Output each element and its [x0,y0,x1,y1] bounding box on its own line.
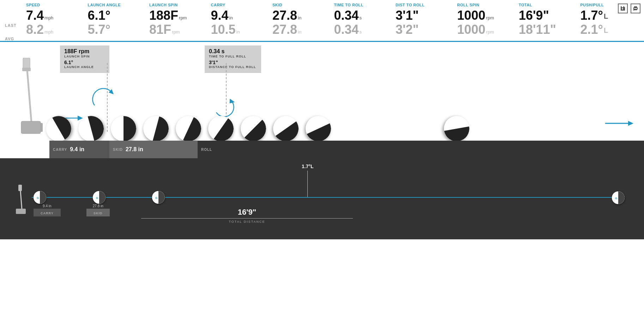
overview-balls-row: G G G [34,191,165,204]
last-roll-spin-unit: rpm [486,15,494,20]
time-full-roll-label: TIME TO FULL ROLL [209,55,257,58]
speed-col-header: SPEED [26,3,85,7]
ball-10 [442,114,471,143]
row-labels-col: LAST AVG [4,3,25,41]
carry-ground-label: CARRY [53,148,67,152]
overview-ball-3: G [152,191,165,204]
avg-launch-spin: 81F [149,23,171,36]
avg-carry: 10.5 [211,23,236,36]
roll-spin-col: ROLL SPIN 1000 rpm 1000 rpm [456,3,518,39]
last-push-pull-dir: L [604,12,608,20]
last-push-pull: 1.7° [580,9,603,22]
svg-text:G: G [96,196,98,200]
last-launch-spin: 188F [149,9,178,22]
spin-arrow-launch [88,86,119,116]
launch-angle-col: LAUNCH ANGLE 6.1° 5.7° [86,3,148,39]
skid-dist-value: 27.8 in [86,204,110,208]
launch-angle-info-label: LAUNCH ANGLE [64,65,105,69]
avg-speed-value: 8.2 [26,23,44,36]
skid-dist-container: 27.8 in SKID [86,204,110,216]
dist-roll-col: DIST TO ROLL 3'1" 3'2" [394,3,456,39]
pushpull-indicator: 1.7°L [302,164,314,197]
svg-rect-5 [21,121,41,134]
last-dist-roll: 3'1" [396,9,419,22]
launch-spin-info-label: LAUNCH SPIN [64,55,105,58]
avg-speed-unit: mph [44,29,53,35]
carry-dist-container: 9.4 in CARRY [34,204,61,216]
dist-full-roll-label: DISTANCE TO FULL ROLL [209,65,257,69]
ball-4 [140,113,171,144]
carry-col: CARRY 9.4 in 10.5 in [210,3,271,39]
skid-col: SKID 27.8 in 27.8 in [271,3,333,39]
dist-roll-col-header: DIST TO ROLL [396,3,455,7]
avg-dist-roll: 3'2" [396,23,419,36]
last-roll-spin: 1000 [457,9,486,22]
speed-col: SPEED 7.4 mph 8.2 mph [25,3,86,39]
avg-roll-spin-unit: rpm [486,29,494,35]
last-carry: 9.4 [211,9,229,22]
ground-roll-segment: ROLL [198,141,644,158]
avg-skid-unit: in [298,29,301,35]
skid-ground-label: SKID [113,148,123,152]
golf-club [2,58,51,142]
launch-angle-col-header: LAUNCH ANGLE [88,3,147,7]
time-full-roll-value: 0.34 s [209,48,257,55]
launch-spin-info-value: 188F rpm [64,48,105,55]
avg-carry-unit: in [236,29,240,35]
time-roll-col-header: TIME TO ROLL [334,3,393,7]
ball-2 [76,113,107,144]
avg-launch-angle: 5.7° [88,23,110,36]
balls-row [46,116,469,141]
svg-marker-21 [628,121,633,126]
last-launch-spin-unit: rpm [179,15,187,20]
last-carry-unit: in [229,15,233,20]
total-distance-label: TOTAL DISTANCE [141,218,353,223]
carry-dist-label: CARRY [34,209,61,216]
avg-push-pull-dir: L [604,26,608,35]
last-skid: 27.8 [272,9,297,22]
dist-full-roll-value: 3'1" [209,60,257,65]
info-box-roll: 0.34 s TIME TO FULL ROLL 3'1" DISTANCE T… [205,45,261,73]
save-icon[interactable] [618,4,628,13]
print-icon[interactable] [631,4,640,13]
overview-section: 1.7°L G G [0,158,644,239]
skid-dist-label: SKID [86,209,110,216]
stats-columns: LAST AVG SPEED 7.4 mph 8.2 mph LAUNCH AN… [0,3,644,41]
ground-segments: CARRY 9.4 in SKID 27.8 in ROLL [49,141,644,158]
carry-ground-value: 9.4 in [70,146,84,153]
skid-ground-value: 27.8 in [126,146,143,153]
overview-end-ball: G [612,191,625,204]
launch-spin-col: LAUNCH SPIN 188F rpm 81F rpm [148,3,210,39]
time-roll-col: TIME TO ROLL 0.34 s 0.34 s [333,3,395,39]
skid-label-text: SKID [94,211,103,215]
carry-col-header: CARRY [211,3,270,7]
roll-spin-col-header: ROLL SPIN [457,3,516,7]
avg-roll-spin: 1000 [457,23,486,36]
continue-arrow [605,118,633,130]
last-label: LAST [5,20,23,27]
carry-gap [47,197,93,198]
launch-angle-info-value: 6.1° [64,60,105,65]
stats-header: LAST AVG SPEED 7.4 mph 8.2 mph LAUNCH AN… [0,0,644,42]
svg-text:G: G [615,197,617,200]
avg-total: 18'11" [519,23,556,36]
total-distance-container: 16'9" TOTAL DISTANCE [141,208,353,223]
skid-gap [106,197,152,198]
svg-marker-3 [229,98,235,103]
top-icons [618,4,640,13]
svg-rect-24 [18,185,22,191]
avg-push-pull: 2.1° [580,23,603,36]
last-speed-unit: mph [44,15,53,20]
svg-rect-8 [22,68,31,71]
last-skid-unit: in [298,15,301,20]
svg-rect-7 [23,58,30,68]
ground-carry-segment: CARRY 9.4 in [49,141,109,158]
skid-col-header: SKID [272,3,331,7]
avg-skid: 27.8 [272,23,297,36]
overview-ball-2: G [93,191,106,204]
avg-time-roll-unit: s [360,29,362,35]
last-launch-angle: 6.1° [88,9,110,22]
svg-text:G: G [155,196,157,200]
avg-launch-spin-unit: rpm [172,29,180,35]
total-col: TOTAL 16'9" 18'11" [517,3,579,39]
